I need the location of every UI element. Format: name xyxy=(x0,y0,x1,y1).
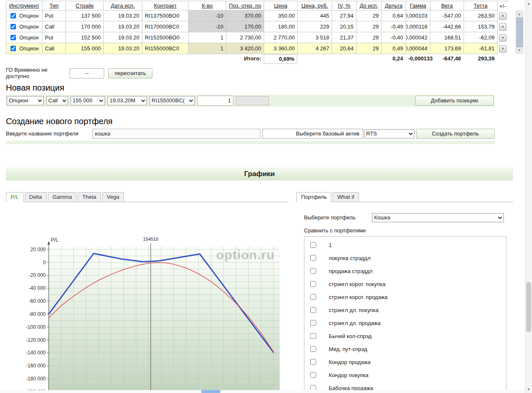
tab-delta[interactable]: Delta xyxy=(25,192,47,202)
position-cell: 4 267 xyxy=(298,43,332,54)
compare-portfolio-checkbox[interactable] xyxy=(310,359,316,365)
portfolio-name: стрэнгл дл. продажа xyxy=(329,320,381,326)
totals-value: 0,24 xyxy=(381,54,406,64)
recalculate-button[interactable]: пересчитать xyxy=(108,68,152,78)
compare-portfolio-checkbox[interactable] xyxy=(310,372,316,378)
page-scrollbar-thumb[interactable] xyxy=(526,282,531,332)
column-header-10[interactable]: IV, % xyxy=(332,1,356,10)
compare-portfolio-checkbox[interactable] xyxy=(310,320,316,326)
page-scrollbar[interactable]: ▲ ▼ xyxy=(525,0,532,393)
charts-header: Графики xyxy=(6,168,513,180)
column-header-13[interactable]: Гамма xyxy=(406,1,430,10)
svg-text:-20 000: -20 000 xyxy=(29,272,46,278)
chart-tabs: P/LDeltaGammaThetaVega xyxy=(6,192,288,202)
table-scroll-up-icon[interactable]: ▲ xyxy=(516,11,522,17)
column-header-9[interactable]: Цена, руб. xyxy=(298,1,332,10)
delete-position-button[interactable]: ✕ xyxy=(499,23,506,31)
scroll-down-icon[interactable]: ▼ xyxy=(525,386,532,393)
tab-p-l[interactable]: P/L xyxy=(6,192,24,202)
tab-vega[interactable]: Vega xyxy=(102,192,124,202)
strike-select[interactable]: 155 000 xyxy=(71,96,105,105)
column-header-1[interactable]: Инструмент xyxy=(6,1,42,10)
table-scrollbar[interactable]: ▲ ▼ xyxy=(516,10,524,54)
delete-cell: ✕ xyxy=(498,21,508,32)
portfolio-list-item: стрэнгл корот. продажа xyxy=(304,291,506,304)
column-header-8[interactable]: Цена xyxy=(264,1,298,10)
totals-empty xyxy=(103,54,142,64)
create-portfolio-button[interactable]: Создать портфель xyxy=(416,129,495,139)
column-header-2[interactable]: Тип xyxy=(42,1,66,10)
column-header-3[interactable]: Страйк xyxy=(66,1,104,10)
row-enabled-checkbox[interactable] xyxy=(10,24,16,29)
position-cell: -0,000116 xyxy=(406,21,430,32)
totals-empty xyxy=(332,54,356,64)
tab-what-if[interactable]: What if xyxy=(333,192,359,202)
price-input-disabled xyxy=(236,96,269,105)
column-header-14[interactable]: Вега xyxy=(430,1,464,10)
position-cell: 229 xyxy=(298,21,332,32)
compare-portfolio-checkbox[interactable] xyxy=(310,268,316,274)
svg-text:20 000: 20 000 xyxy=(30,247,46,252)
instrument-label: Опцион xyxy=(19,13,39,19)
compare-portfolio-checkbox[interactable] xyxy=(310,294,316,300)
column-header-7[interactable]: Поз. откр. по xyxy=(226,1,264,10)
totals-value: 293,39 xyxy=(464,54,497,64)
position-cell: -10 xyxy=(189,10,226,21)
compare-portfolio-checkbox[interactable] xyxy=(310,255,316,261)
position-cell: 180,00 xyxy=(264,21,298,32)
base-asset-select[interactable]: RTS xyxy=(364,129,414,138)
compare-portfolio-checkbox[interactable] xyxy=(310,242,316,248)
totals-label: Итого: xyxy=(226,54,264,64)
portfolio-name: стрэнгл корот. покупка xyxy=(329,281,385,287)
green-strip xyxy=(6,141,495,144)
portfolio-list-item: стрэнгл дл. продажа xyxy=(304,317,506,330)
svg-text:-120 000: -120 000 xyxy=(26,337,46,343)
column-header-5[interactable]: Контракт xyxy=(142,1,189,10)
position-cell: -442,66 xyxy=(430,21,464,32)
tab-gamma[interactable]: Gamma xyxy=(48,192,76,202)
row-enabled-checkbox[interactable] xyxy=(10,46,16,51)
column-header-11[interactable]: До исп. xyxy=(356,1,382,10)
position-cell: Put xyxy=(42,10,66,21)
option-type-select[interactable]: Call xyxy=(46,96,68,105)
quantity-input[interactable] xyxy=(197,96,233,106)
delete-position-button[interactable]: ✕ xyxy=(499,13,506,20)
options-portfolio-page: ИнструментТипСтрайкДата исп.КонтрактК-во… xyxy=(0,0,532,393)
chart-column: P/LDeltaGammaThetaVega option.ru20 0000-… xyxy=(6,192,288,393)
column-header-15[interactable]: Тетта xyxy=(464,1,498,10)
row-enabled-checkbox[interactable] xyxy=(10,35,16,40)
column-header-4[interactable]: Дата исп. xyxy=(104,1,142,10)
exp-date-select[interactable]: 19.03.20М xyxy=(107,96,147,105)
table-scroll-down-icon[interactable]: ▼ xyxy=(516,47,522,53)
column-header-6[interactable]: К-во xyxy=(189,1,226,10)
horizontal-scrollbar-thumb[interactable] xyxy=(201,390,220,393)
watermark: option.ru xyxy=(216,248,275,262)
portfolio-select[interactable]: Кошка xyxy=(372,213,504,222)
position-cell: Put xyxy=(42,32,66,43)
row-enabled-checkbox[interactable] xyxy=(10,13,16,18)
go-value-input[interactable] xyxy=(70,68,104,78)
table-scrollbar-thumb[interactable] xyxy=(516,18,523,47)
add-position-button[interactable]: Добавить позицию xyxy=(415,96,494,106)
portfolio-name: стрэнгл корот. продажа xyxy=(329,294,388,300)
column-header-12[interactable]: Дельта xyxy=(382,1,406,10)
compare-portfolio-checkbox[interactable] xyxy=(310,281,316,287)
horizontal-scrollbar[interactable] xyxy=(0,390,525,393)
scroll-up-icon[interactable]: ▲ xyxy=(525,0,532,7)
compare-portfolio-checkbox[interactable] xyxy=(310,307,316,313)
compare-portfolio-checkbox[interactable] xyxy=(310,346,316,352)
position-cell: 20,64 xyxy=(332,43,356,54)
position-cell: Опцион xyxy=(6,43,42,54)
portfolio-name-input[interactable] xyxy=(92,129,260,139)
delete-position-button[interactable]: ✕ xyxy=(499,45,506,52)
base-asset-label: Выберите базовый актив xyxy=(296,130,359,137)
contract-select[interactable]: RI155000BC( xyxy=(149,96,195,105)
tab-портфель[interactable]: Портфель xyxy=(296,192,331,202)
compare-portfolio-checkbox[interactable] xyxy=(310,333,316,339)
instrument-select[interactable]: Опцион xyxy=(7,96,44,105)
delete-position-button[interactable]: ✕ xyxy=(499,34,506,42)
instrument-label: Опцион xyxy=(19,34,39,41)
tab-theta[interactable]: Theta xyxy=(78,192,101,202)
new-portfolio-row: Введите название портфеля Выберите базов… xyxy=(6,129,495,139)
position-cell: Опцион xyxy=(6,21,42,32)
